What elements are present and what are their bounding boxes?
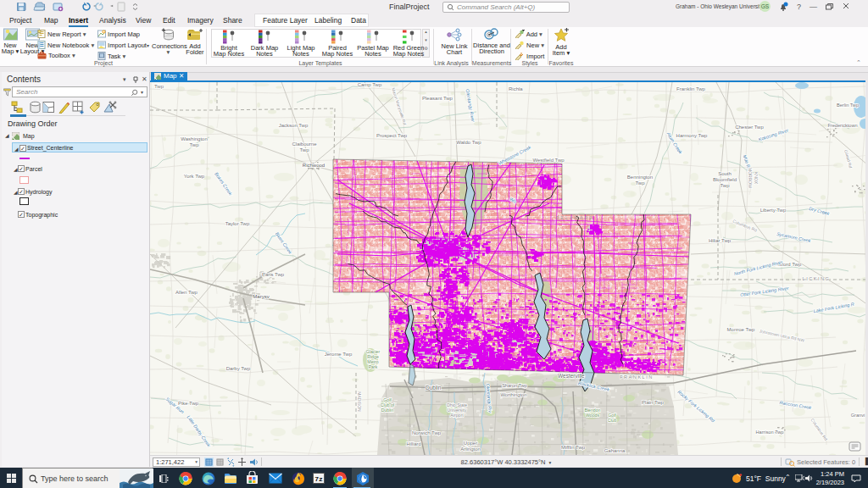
svg-text:Fredericktown: Fredericktown bbox=[827, 123, 857, 128]
svg-text:Liberty Twp: Liberty Twp bbox=[760, 208, 787, 213]
svg-text:Pleasant Twp: Pleasant Twp bbox=[422, 96, 453, 101]
svg-text:MADISON: MADISON bbox=[357, 391, 362, 412]
svg-text:Chester Twp: Chester Twp bbox=[735, 125, 764, 130]
svg-text:Camp Twp: Camp Twp bbox=[358, 82, 382, 87]
svg-text:Twp: Twp bbox=[635, 180, 645, 186]
svg-text:Twp: Twp bbox=[720, 183, 730, 188]
svg-text:Worthington: Worthington bbox=[500, 392, 526, 397]
svg-text:Dublin: Dublin bbox=[381, 408, 394, 413]
svg-text:Washington: Washington bbox=[181, 136, 207, 141]
svg-text:York Twp: York Twp bbox=[184, 174, 205, 179]
svg-text:South: South bbox=[718, 171, 732, 176]
svg-text:Dublin: Dublin bbox=[426, 385, 442, 391]
svg-text:KNOX: KNOX bbox=[754, 172, 759, 185]
svg-text:Jackson Twp: Jackson Twp bbox=[279, 123, 309, 128]
svg-text:Plain Twp: Plain Twp bbox=[642, 400, 665, 405]
svg-text:Norwich Twp: Norwich Twp bbox=[412, 430, 442, 435]
svg-text:Waldo Twp: Waldo Twp bbox=[456, 140, 481, 145]
svg-text:Granvi: Granvi bbox=[851, 413, 865, 418]
svg-text:Bennington: Bennington bbox=[627, 175, 653, 180]
svg-text:Gahanna: Gahanna bbox=[604, 448, 626, 453]
svg-text:Twp: Twp bbox=[154, 84, 164, 89]
svg-text:Berlin Twp: Berlin Twp bbox=[837, 103, 859, 108]
svg-text:Harrison Twp: Harrison Twp bbox=[756, 430, 784, 435]
svg-text:Hilliard: Hilliard bbox=[406, 441, 420, 446]
svg-text:Twp: Twp bbox=[189, 142, 199, 147]
svg-text:Westerville: Westerville bbox=[558, 373, 585, 379]
svg-text:Marysv: Marysv bbox=[253, 294, 269, 299]
svg-text:Hiliar Twp: Hiliar Twp bbox=[709, 238, 732, 243]
svg-text:LICKING: LICKING bbox=[803, 276, 831, 281]
svg-text:Bloomfield: Bloomfield bbox=[713, 177, 737, 182]
svg-text:Richla: Richla bbox=[509, 86, 523, 92]
svg-text:Woods: Woods bbox=[586, 413, 599, 418]
svg-text:Arlington: Arlington bbox=[460, 446, 481, 452]
svg-text:Monroe Twp: Monroe Twp bbox=[727, 327, 756, 332]
svg-text:Harmony Twp: Harmony Twp bbox=[676, 133, 709, 138]
svg-text:Jerome Twp: Jerome Twp bbox=[325, 352, 353, 357]
svg-text:Darby Twp: Darby Twp bbox=[226, 366, 251, 371]
svg-text:Allen Twp: Allen Twp bbox=[175, 290, 198, 295]
svg-text:DELAWARE: DELAWARE bbox=[556, 215, 594, 220]
svg-text:Twp: Twp bbox=[299, 147, 309, 152]
svg-text:Pike Twp: Pike Twp bbox=[178, 401, 199, 406]
svg-text:Franklin Twp: Franklin Twp bbox=[676, 86, 706, 92]
svg-text:Claibourne: Claibourne bbox=[292, 141, 317, 147]
svg-text:Westfield Twp: Westfield Twp bbox=[532, 158, 565, 163]
svg-text:Prospect Twp: Prospect Twp bbox=[376, 133, 408, 138]
svg-text:Upper: Upper bbox=[464, 441, 477, 446]
svg-text:Airport: Airport bbox=[450, 413, 464, 418]
svg-text:Mifflin Twp: Mifflin Twp bbox=[561, 445, 586, 450]
svg-text:FRANKLIN: FRANKLIN bbox=[620, 374, 654, 380]
svg-text:Club: Club bbox=[608, 418, 617, 423]
svg-text:Paris Twp: Paris Twp bbox=[262, 272, 285, 277]
svg-text:Park: Park bbox=[369, 364, 378, 369]
svg-text:MORROW: MORROW bbox=[748, 168, 753, 188]
svg-text:Sharon Twp: Sharon Twp bbox=[502, 383, 527, 388]
svg-text:Richwood: Richwood bbox=[303, 163, 325, 168]
svg-text:Taylor Twp: Taylor Twp bbox=[225, 221, 250, 226]
